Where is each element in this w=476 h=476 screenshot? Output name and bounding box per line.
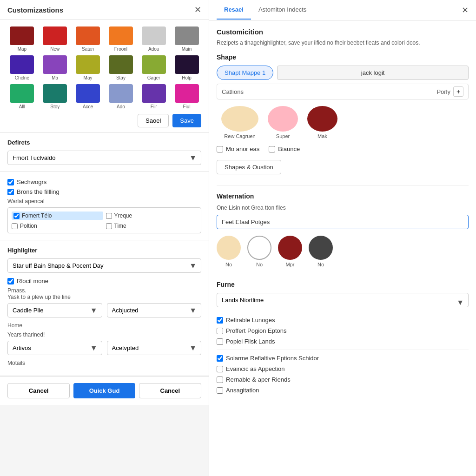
- captions-plus-button[interactable]: +: [453, 86, 463, 97]
- furne-checkbox-row-0: Refirable Lunoges: [217, 317, 469, 324]
- color-label-holp: Holp: [182, 75, 192, 80]
- color-item-froonl[interactable]: Froonl: [106, 26, 135, 52]
- warlat-option-1[interactable]: Yreque: [106, 212, 198, 220]
- color-item-fiul[interactable]: Fiul: [172, 84, 201, 109]
- warlat-label-1: Yreque: [114, 212, 132, 219]
- left-panel-header: Customizastions ✕: [0, 0, 209, 20]
- color-save-button[interactable]: Save: [172, 114, 201, 127]
- color-label-fiul: Fiul: [183, 104, 191, 109]
- shape-btn-2[interactable]: jack logit: [277, 66, 469, 80]
- small-oval-0: [217, 236, 241, 260]
- furne-checkbox-2[interactable]: [217, 338, 223, 345]
- warlat-check-1[interactable]: [106, 213, 112, 219]
- mo-anor-checkbox[interactable]: [217, 146, 223, 152]
- color-swatch-ma: [43, 55, 67, 74]
- small-oval-item-0[interactable]: No: [217, 236, 241, 267]
- bottom-checkbox-1[interactable]: [217, 366, 223, 372]
- color-item-adou[interactable]: Adou: [139, 26, 168, 52]
- furne-checkbox-1[interactable]: [217, 328, 223, 334]
- small-oval-item-1[interactable]: No: [247, 236, 271, 267]
- bottom-checkbox-3[interactable]: [217, 387, 223, 394]
- color-item-satan[interactable]: Satan: [73, 26, 103, 52]
- home-sublabel: Years tharined!: [7, 331, 201, 338]
- checkbox-brons: Brons the fillling: [7, 188, 201, 195]
- caddle-dropdown[interactable]: Caddle Plie: [7, 303, 102, 317]
- oval-group: Rew CagruenSuperMak: [217, 106, 469, 139]
- shapes-oustion-button[interactable]: Shapes & Oustion: [217, 160, 281, 174]
- shape-btn-1[interactable]: Shapt Mappe 1: [217, 66, 273, 80]
- color-item-main[interactable]: Main: [172, 26, 201, 52]
- color-item-gager[interactable]: Gager: [139, 55, 168, 80]
- color-swatch-main: [175, 26, 199, 45]
- color-label-stay: Stay: [116, 75, 126, 80]
- color-item-fiir[interactable]: Fiir: [139, 84, 168, 109]
- warlat-check-2[interactable]: [12, 223, 18, 229]
- rlocil-checkbox-row: Rlocil mone: [7, 278, 201, 284]
- highlighter-dropdown[interactable]: Star uff Bain Shape & Pocent Day: [7, 258, 201, 273]
- color-swatch-may: [76, 55, 100, 74]
- acetvpted-dropdown[interactable]: Acetvpted: [107, 341, 202, 355]
- color-item-alll[interactable]: Alll: [7, 84, 37, 109]
- bottom-checkbox-label-3: Ansagitation: [226, 387, 259, 394]
- color-item-acce[interactable]: Acce: [73, 84, 103, 109]
- oval-item-1[interactable]: Super: [268, 106, 298, 139]
- highlighter-row1: Caddle Plie ▼ Acbjucted ▼: [7, 303, 201, 317]
- bottom-checkbox-label-1: Evaincic as Appection: [226, 365, 284, 372]
- artivos-dropdown[interactable]: Artivos: [7, 341, 102, 355]
- warlat-option-3[interactable]: Time: [106, 223, 198, 229]
- oval-item-0[interactable]: Rew Cagruen: [221, 106, 258, 139]
- small-oval-item-3[interactable]: No: [309, 236, 333, 267]
- oval-label-1: Super: [276, 133, 290, 139]
- tab-resael[interactable]: Resael: [217, 0, 251, 20]
- furne-dropdown[interactable]: Lands Niortlime: [217, 293, 469, 307]
- small-oval-item-2[interactable]: Mpr: [278, 236, 302, 267]
- right-content: Customicition Rezipets a tinagehighlight…: [209, 20, 476, 405]
- furne-checkbox-0[interactable]: [217, 317, 223, 324]
- bottom-buttons: Cancel Ouick Gud Cancel: [0, 376, 209, 405]
- color-item-map[interactable]: Map: [7, 26, 37, 52]
- divider-1: [217, 185, 469, 186]
- waternation-input[interactable]: [217, 215, 469, 229]
- color-item-stay[interactable]: Stay: [106, 55, 135, 80]
- warlat-check-0[interactable]: [13, 213, 20, 219]
- sechwogrs-checkbox[interactable]: [7, 179, 14, 185]
- color-item-may[interactable]: May: [73, 55, 103, 80]
- color-item-holp[interactable]: Holp: [172, 55, 201, 80]
- caddle-dropdown-wrapper: Caddle Plie ▼: [7, 303, 102, 317]
- defirets-dropdown[interactable]: Fmort Tuclvaldo: [7, 151, 201, 165]
- furne-dropdown-wrapper: Lands Niortlime ▼: [217, 293, 469, 312]
- warlat-label: Warlat apencal: [7, 198, 201, 205]
- warlat-option-0[interactable]: Fomert Télo: [12, 212, 103, 220]
- color-item-new[interactable]: New: [40, 26, 70, 52]
- color-item-chclne[interactable]: Chclne: [7, 55, 37, 80]
- bottom-checkbox-label-2: Rernable & aper Riends: [226, 376, 291, 383]
- left-close-button[interactable]: ✕: [194, 5, 201, 15]
- sechwogrs-label: Sechwogrs: [17, 178, 46, 185]
- bottom-checkbox-2[interactable]: [217, 377, 223, 383]
- acbjucted-dropdown[interactable]: Acbjucted: [107, 303, 202, 317]
- color-item-ado[interactable]: Ado: [106, 84, 135, 109]
- rlocil-checkbox[interactable]: [7, 278, 14, 284]
- warlat-check-3[interactable]: [106, 223, 112, 229]
- bottom-cancel1-button[interactable]: Cancel: [7, 383, 70, 398]
- shape-buttons: Shapt Mappe 1 jack logit: [217, 66, 469, 80]
- color-label-ado: Ado: [117, 104, 125, 109]
- small-oval-label-3: No: [317, 262, 324, 267]
- bottom-checkbox-row-3: Ansagitation: [217, 387, 469, 394]
- bottom-primary-button[interactable]: Ouick Gud: [73, 383, 135, 398]
- color-item-ma[interactable]: Ma: [40, 55, 70, 80]
- highlighter-title: Highliglter: [7, 247, 201, 254]
- color-swatch-satan: [76, 26, 100, 45]
- right-close-button[interactable]: ✕: [462, 5, 469, 15]
- brons-checkbox[interactable]: [7, 189, 14, 195]
- tab-astomiton[interactable]: Astomiton Indects: [251, 0, 314, 20]
- biaunce-checkbox[interactable]: [269, 146, 275, 152]
- color-item-stoy[interactable]: Stoy: [40, 84, 70, 109]
- bottom-checkbox-label-0: Solarme Refialtive Eptions Schidor: [226, 355, 319, 362]
- bottom-checkbox-0[interactable]: [217, 355, 223, 362]
- warlat-option-2[interactable]: Poltion: [12, 223, 103, 229]
- color-swatch-alll: [10, 84, 34, 103]
- bottom-cancel2-button[interactable]: Cancel: [139, 383, 201, 398]
- oval-item-2[interactable]: Mak: [307, 106, 337, 139]
- color-cancel-button[interactable]: Saoel: [138, 114, 169, 127]
